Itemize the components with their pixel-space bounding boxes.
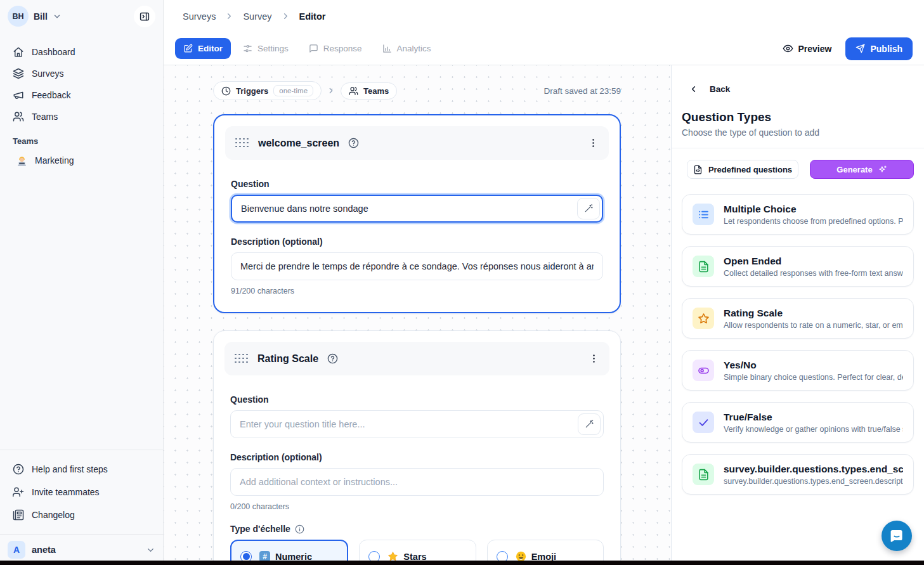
tab-settings[interactable]: Settings bbox=[235, 38, 297, 59]
question-input[interactable] bbox=[231, 195, 603, 223]
magic-wand-button[interactable] bbox=[577, 198, 600, 219]
user-avatar[interactable]: BH bbox=[8, 6, 29, 27]
type-card-multiple-choice[interactable]: Multiple Choice Let respondents choose f… bbox=[682, 194, 914, 235]
card-menu-button[interactable] bbox=[589, 353, 599, 364]
sidebar-item-teams[interactable]: Teams bbox=[8, 106, 155, 127]
question-card-welcome-screen[interactable]: welcome_screen Question bbox=[213, 114, 621, 313]
scale-type-label: Type d'échelle bbox=[230, 524, 604, 534]
changelog-icon bbox=[13, 509, 24, 521]
tab-analytics[interactable]: Analytics bbox=[374, 38, 439, 59]
type-card-end-screen[interactable]: survey.builder.questions.types.end_scr..… bbox=[682, 454, 914, 495]
sidebar-item-label: Help and first steps bbox=[32, 464, 108, 474]
bottom-edge-bar bbox=[0, 561, 924, 565]
chevron-left-icon bbox=[689, 84, 698, 94]
publish-button[interactable]: Publish bbox=[845, 37, 913, 60]
breadcrumb-editor: Editor bbox=[299, 11, 326, 22]
card-title: Rating Scale bbox=[257, 353, 318, 365]
tab-label: Editor bbox=[198, 44, 223, 53]
org-avatar: A bbox=[8, 541, 25, 559]
survey-canvas[interactable]: Triggers one-time Teams Draft saved at 2… bbox=[164, 65, 672, 565]
sidebar-item-dashboard[interactable]: Dashboard bbox=[8, 41, 155, 63]
drag-handle-icon[interactable] bbox=[235, 138, 249, 148]
breadcrumb-survey[interactable]: Survey bbox=[243, 11, 271, 22]
toggle-icon bbox=[693, 360, 714, 381]
type-title: Rating Scale bbox=[724, 308, 903, 319]
type-description: Let respondents choose from predefined o… bbox=[724, 217, 903, 226]
magic-wand-button[interactable] bbox=[578, 413, 601, 435]
star-icon bbox=[693, 308, 714, 329]
type-text: True/False Verify knowledge or gather op… bbox=[724, 412, 903, 434]
type-title: Multiple Choice bbox=[724, 204, 903, 215]
type-description: Allow respondents to rate on a numeric, … bbox=[724, 321, 903, 330]
type-card-yes-no[interactable]: Yes/No Simple binary choice questions. P… bbox=[682, 350, 914, 391]
sidebar-item-label: Surveys bbox=[32, 68, 64, 79]
chevron-down-icon[interactable] bbox=[53, 12, 62, 21]
info-icon[interactable] bbox=[295, 524, 304, 534]
sidebar-collapse-button[interactable] bbox=[134, 6, 155, 27]
panel-collapse-icon bbox=[139, 11, 150, 22]
list-icon bbox=[693, 204, 714, 225]
org-name: aneta bbox=[32, 545, 56, 555]
content-area: Triggers one-time Teams Draft saved at 2… bbox=[164, 65, 924, 565]
sidebar-item-invite[interactable]: Invite teammates bbox=[8, 481, 155, 503]
tab-response[interactable]: Response bbox=[301, 38, 370, 59]
teams-chip[interactable]: Teams bbox=[341, 82, 397, 100]
chevron-down-icon bbox=[146, 545, 155, 555]
main-area: Surveys Survey Editor Editor Settings Re… bbox=[164, 0, 924, 565]
predefined-questions-button[interactable]: Predefined questions bbox=[687, 160, 798, 179]
card-body: Question Description (optional) bbox=[214, 160, 620, 312]
sidebar-item-surveys[interactable]: Surveys bbox=[8, 63, 155, 84]
edit-icon bbox=[183, 44, 193, 53]
card-header: welcome_screen bbox=[225, 126, 609, 160]
type-text: survey.builder.questions.types.end_scr..… bbox=[724, 464, 903, 486]
chevron-right-icon bbox=[224, 11, 234, 21]
type-card-true-false[interactable]: True/False Verify knowledge or gather op… bbox=[682, 402, 914, 443]
question-input[interactable] bbox=[230, 410, 604, 438]
drag-handle-icon[interactable] bbox=[235, 354, 249, 364]
send-icon bbox=[856, 44, 865, 53]
toolbar-actions: Preview Publish bbox=[783, 37, 913, 60]
preview-button[interactable]: Preview bbox=[783, 43, 832, 54]
sidebar-item-changelog[interactable]: Changelog bbox=[8, 503, 155, 526]
question-input-wrap bbox=[231, 195, 603, 223]
sidebar-item-help[interactable]: Help and first steps bbox=[8, 458, 155, 481]
sidebar-item-marketing[interactable]: Marketing bbox=[8, 150, 155, 171]
sidebar-item-label: Marketing bbox=[35, 155, 74, 166]
user-name[interactable]: Bill bbox=[34, 11, 48, 22]
file-text-icon bbox=[693, 256, 714, 277]
help-circle-icon[interactable] bbox=[348, 138, 359, 148]
trigger-type-badge: one-time bbox=[273, 85, 313, 96]
wand-icon bbox=[584, 419, 594, 429]
scale-type-label-text: Type d'échelle bbox=[230, 524, 290, 534]
sliders-icon bbox=[243, 44, 252, 53]
description-input[interactable] bbox=[231, 252, 603, 280]
file-text-icon bbox=[693, 464, 714, 485]
breadcrumb-surveys[interactable]: Surveys bbox=[183, 11, 216, 22]
question-label: Question bbox=[230, 394, 604, 405]
back-button[interactable]: Back bbox=[672, 65, 924, 94]
help-circle-icon[interactable] bbox=[327, 353, 338, 364]
type-description: Simple binary choice questions. Perfect … bbox=[724, 373, 903, 382]
preview-label: Preview bbox=[798, 44, 832, 54]
type-text: Multiple Choice Let respondents choose f… bbox=[724, 204, 903, 226]
description-input-wrap bbox=[230, 468, 604, 496]
card-menu-button[interactable] bbox=[588, 138, 599, 148]
wand-icon bbox=[583, 204, 594, 214]
type-text: Rating Scale Allow respondents to rate o… bbox=[724, 308, 903, 330]
generate-button[interactable]: Generate bbox=[810, 160, 914, 179]
type-title: survey.builder.questions.types.end_scr..… bbox=[724, 464, 903, 475]
type-card-open-ended[interactable]: Open Ended Collect detailed responses wi… bbox=[682, 246, 914, 287]
description-input[interactable] bbox=[230, 468, 604, 496]
type-title: Yes/No bbox=[724, 360, 903, 371]
triggers-chip[interactable]: Triggers one-time bbox=[213, 81, 322, 100]
sidebar-section-teams: Teams bbox=[8, 127, 155, 150]
question-card-rating-scale[interactable]: Rating Scale Question bbox=[213, 330, 621, 565]
sidebar-footer: Help and first steps Invite teammates Ch… bbox=[0, 450, 163, 534]
type-card-rating-scale[interactable]: Rating Scale Allow respondents to rate o… bbox=[682, 298, 914, 339]
chat-widget-button[interactable] bbox=[882, 521, 912, 551]
tab-editor[interactable]: Editor bbox=[175, 38, 231, 59]
user-plus-icon bbox=[13, 486, 24, 498]
card-title: welcome_screen bbox=[258, 138, 339, 149]
sidebar-item-feedback[interactable]: Feedback bbox=[8, 84, 155, 106]
chevron-right-icon bbox=[281, 11, 290, 21]
